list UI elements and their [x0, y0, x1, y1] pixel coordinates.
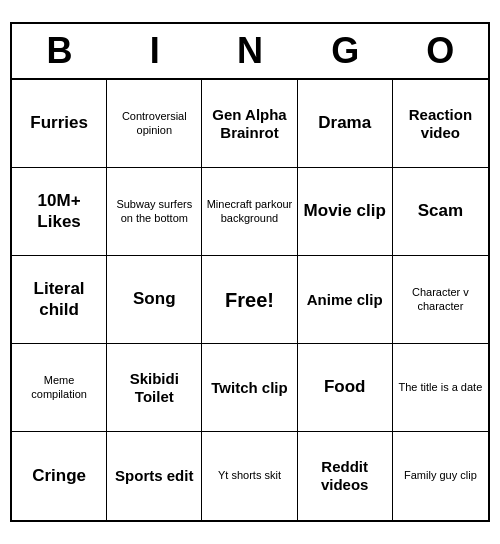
- bingo-cell-13[interactable]: Free!: [202, 256, 297, 344]
- bingo-cell-8[interactable]: Minecraft parkour background: [202, 168, 297, 256]
- bingo-cell-5[interactable]: Reaction video: [393, 80, 488, 168]
- bingo-cell-24[interactable]: Reddit videos: [298, 432, 393, 520]
- bingo-cell-7[interactable]: Subway surfers on the bottom: [107, 168, 202, 256]
- bingo-cell-11[interactable]: Literal child: [12, 256, 107, 344]
- bingo-cell-6[interactable]: 10M+ Likes: [12, 168, 107, 256]
- title-b: B: [16, 30, 104, 72]
- bingo-cell-23[interactable]: Yt shorts skit: [202, 432, 297, 520]
- title-i: I: [111, 30, 199, 72]
- bingo-cell-12[interactable]: Song: [107, 256, 202, 344]
- bingo-cell-3[interactable]: Gen Alpha Brainrot: [202, 80, 297, 168]
- bingo-cell-17[interactable]: Skibidi Toilet: [107, 344, 202, 432]
- bingo-cell-2[interactable]: Controversial opinion: [107, 80, 202, 168]
- bingo-cell-19[interactable]: Food: [298, 344, 393, 432]
- bingo-cell-20[interactable]: The title is a date: [393, 344, 488, 432]
- bingo-grid: FurriesControversial opinionGen Alpha Br…: [12, 80, 488, 520]
- bingo-cell-15[interactable]: Character v character: [393, 256, 488, 344]
- bingo-cell-16[interactable]: Meme compilation: [12, 344, 107, 432]
- bingo-cell-22[interactable]: Sports edit: [107, 432, 202, 520]
- bingo-cell-9[interactable]: Movie clip: [298, 168, 393, 256]
- bingo-cell-25[interactable]: Family guy clip: [393, 432, 488, 520]
- title-g: G: [301, 30, 389, 72]
- bingo-cell-14[interactable]: Anime clip: [298, 256, 393, 344]
- bingo-cell-4[interactable]: Drama: [298, 80, 393, 168]
- bingo-cell-1[interactable]: Furries: [12, 80, 107, 168]
- title-n: N: [206, 30, 294, 72]
- bingo-title: B I N G O: [12, 24, 488, 80]
- bingo-cell-18[interactable]: Twitch clip: [202, 344, 297, 432]
- title-o: O: [396, 30, 484, 72]
- bingo-card: B I N G O FurriesControversial opinionGe…: [10, 22, 490, 522]
- bingo-cell-10[interactable]: Scam: [393, 168, 488, 256]
- bingo-cell-21[interactable]: Cringe: [12, 432, 107, 520]
